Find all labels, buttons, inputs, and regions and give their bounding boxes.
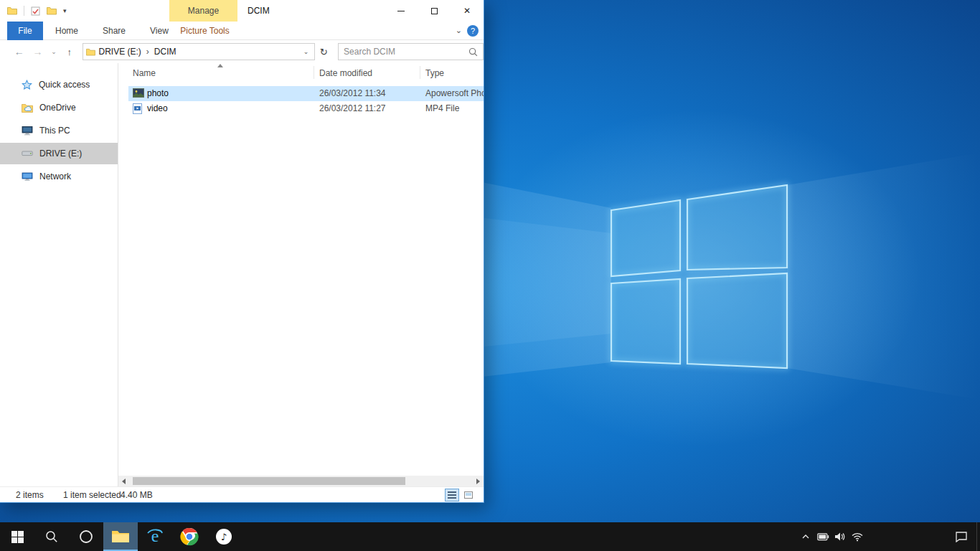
minimize-button[interactable]: [385, 0, 418, 22]
ribbon-expand-chevron-icon[interactable]: ⌄: [456, 26, 462, 35]
chrome-icon: [180, 527, 199, 546]
scrollbar-thumb[interactable]: [133, 477, 405, 485]
sidebar-item-onedrive[interactable]: OneDrive: [0, 97, 118, 118]
show-desktop-button[interactable]: [976, 522, 980, 551]
column-divider: [314, 66, 314, 79]
close-icon: ✕: [463, 6, 471, 16]
up-button[interactable]: ↑: [61, 47, 78, 57]
address-row: ← → ⌄ ↑ DRIVE (E:) › DCIM ⌄ ↻: [0, 40, 484, 63]
folder-icon: [86, 48, 95, 56]
sidebar-item-label: Network: [39, 171, 71, 182]
breadcrumb-dcim[interactable]: DCIM: [151, 47, 180, 57]
forward-button[interactable]: →: [29, 46, 47, 57]
tab-picture-tools[interactable]: Picture Tools: [171, 22, 239, 40]
recent-locations-chevron-icon[interactable]: ⌄: [47, 48, 61, 55]
show-hidden-icons-button[interactable]: [797, 522, 814, 551]
taskbar-internet-explorer-button[interactable]: e: [138, 522, 172, 551]
action-center-button[interactable]: [946, 522, 976, 551]
tab-file[interactable]: File: [7, 22, 43, 40]
battery-button[interactable]: [814, 522, 831, 551]
system-tray: [797, 522, 980, 551]
file-list: Name Date modified Type photo 26/03/2012…: [118, 63, 484, 486]
scroll-right-arrow-icon: [476, 479, 480, 484]
scroll-left-arrow-icon: [122, 479, 126, 484]
sort-ascending-icon: [217, 64, 223, 67]
taskbar: e ♪: [0, 522, 980, 551]
sidebar-item-quick-access[interactable]: Quick access: [0, 74, 118, 95]
navigation-pane: Quick access OneDrive This PC DRIVE (E:)…: [0, 63, 118, 486]
taskbar-search-button[interactable]: [34, 522, 69, 551]
itunes-icon: ♪: [215, 527, 233, 546]
status-bar: 2 items 1 item selected 4.40 MB: [0, 486, 484, 502]
breadcrumb-drive[interactable]: DRIVE (E:): [95, 47, 145, 57]
search-icon: [45, 530, 58, 543]
taskbar-itunes-button[interactable]: ♪: [207, 522, 241, 551]
manage-context-header[interactable]: Manage: [169, 0, 237, 22]
column-header-date-modified[interactable]: Date modified: [319, 68, 372, 78]
music-note: ♪: [221, 532, 227, 542]
desktop: ▾ Manage DCIM ✕ File Home Share View Pic…: [0, 0, 980, 551]
onedrive-icon: [22, 103, 33, 113]
file-explorer-window: ▾ Manage DCIM ✕ File Home Share View Pic…: [0, 0, 484, 503]
chevron-up-icon: [801, 534, 810, 540]
sidebar-item-label: Quick access: [39, 80, 90, 90]
item-count: 2 items: [16, 490, 44, 500]
customize-qat-chevron-icon[interactable]: ▾: [63, 7, 67, 14]
qat-separator: [24, 6, 24, 16]
new-folder-icon[interactable]: [47, 6, 57, 15]
sidebar-item-drive-e[interactable]: DRIVE (E:): [0, 143, 118, 164]
window-controls: ✕: [385, 0, 484, 22]
ribbon-tabs: File Home Share View Picture Tools ⌄ ?: [0, 22, 484, 40]
column-header-type[interactable]: Type: [425, 68, 444, 78]
refresh-button[interactable]: ↻: [315, 47, 332, 57]
network-icon: [22, 172, 33, 182]
maximize-icon: [431, 8, 438, 14]
properties-icon[interactable]: [31, 6, 40, 16]
scroll-left-button[interactable]: [118, 476, 129, 486]
wifi-icon: [852, 532, 863, 542]
search-icon[interactable]: [468, 47, 478, 57]
battery-icon: [817, 533, 829, 541]
column-header-name[interactable]: Name: [133, 68, 156, 78]
internet-explorer-icon: e: [146, 527, 164, 546]
sidebar-item-label: DRIVE (E:): [39, 149, 82, 159]
taskbar-chrome-button[interactable]: [172, 522, 207, 551]
details-view-button[interactable]: [445, 489, 459, 501]
cortana-button[interactable]: [69, 522, 103, 551]
file-date-modified: 26/03/2012 11:34: [319, 86, 386, 101]
sidebar-item-network[interactable]: Network: [0, 166, 118, 187]
tab-share[interactable]: Share: [90, 22, 138, 40]
close-button[interactable]: ✕: [451, 0, 484, 22]
action-center-icon: [955, 531, 968, 542]
horizontal-scrollbar[interactable]: [118, 476, 484, 486]
file-date-modified: 26/03/2012 11:27: [319, 101, 386, 116]
this-pc-icon: [22, 126, 33, 136]
help-button[interactable]: ?: [467, 25, 479, 37]
sidebar-item-this-pc[interactable]: This PC: [0, 120, 118, 141]
file-row-photo[interactable]: photo 26/03/2012 11:34 Apowersoft Pho: [128, 86, 484, 101]
volume-button[interactable]: [831, 522, 849, 551]
file-explorer-icon: [111, 529, 130, 544]
address-dropdown-chevron-icon[interactable]: ⌄: [300, 48, 311, 55]
volume-icon: [834, 532, 846, 542]
file-row-video[interactable]: video 26/03/2012 11:27 MP4 File: [128, 101, 484, 116]
minimize-icon: [397, 11, 405, 11]
large-icons-view-icon: [464, 491, 473, 499]
back-button[interactable]: ←: [10, 46, 29, 57]
search-box: [338, 43, 484, 60]
title-bar: ▾ Manage DCIM ✕: [0, 0, 484, 22]
start-button[interactable]: [0, 522, 34, 551]
explorer-window-icon[interactable]: [7, 6, 17, 15]
scrollbar-track[interactable]: [129, 476, 473, 486]
taskbar-file-explorer-button[interactable]: [103, 522, 138, 551]
search-input[interactable]: [344, 47, 468, 57]
network-button[interactable]: [849, 522, 866, 551]
address-bar[interactable]: DRIVE (E:) › DCIM ⌄: [83, 43, 316, 60]
window-body: Quick access OneDrive This PC DRIVE (E:)…: [0, 63, 484, 486]
tab-home[interactable]: Home: [43, 22, 90, 40]
large-icons-view-button[interactable]: [461, 489, 476, 501]
tray-spacer: [866, 522, 946, 551]
drive-icon: [22, 151, 33, 156]
maximize-button[interactable]: [418, 0, 451, 22]
scroll-right-button[interactable]: [473, 476, 484, 486]
